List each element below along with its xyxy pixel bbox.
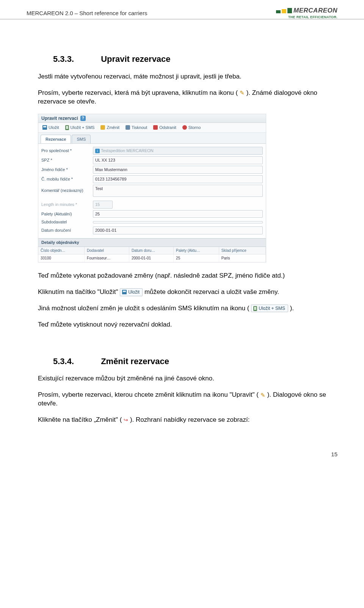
- phone-icon: [253, 306, 257, 311]
- dialog-title-bar: Upravit rezervaci ?: [38, 114, 266, 123]
- company-label: Pro společnost *: [41, 148, 90, 154]
- sec2-p3: Klikněte na tlačítko „Změnit" ( ↪ ). Roz…: [38, 416, 326, 424]
- tab-sms[interactable]: SMS: [72, 135, 91, 144]
- mobile-field[interactable]: 0123 123456789: [93, 175, 263, 183]
- stop-icon: [182, 125, 187, 130]
- logo-tagline: THE RETAIL EFFICIENATOR.: [276, 15, 337, 19]
- col-delivery-date: Datum doru…: [129, 247, 174, 255]
- pencil-icon: ✎: [260, 391, 265, 399]
- sec1-p5: Jiná možnost uložení změn je uložit s od…: [38, 304, 326, 313]
- cancel-button[interactable]: Storno: [181, 124, 202, 131]
- date-field[interactable]: 2000-01-01: [93, 226, 263, 234]
- page-header: MERCAREON 2.0 – Short reference for carr…: [0, 0, 364, 19]
- length-field[interactable]: 15: [93, 201, 113, 209]
- print-icon: [126, 125, 130, 130]
- logo-text: MERCAREON: [293, 7, 337, 14]
- col-supplier: Dodavatel: [85, 247, 129, 255]
- order-details-table: Číslo objedn… Dodavatel Datum doru… Pale…: [38, 247, 266, 262]
- dialog-screenshot: Upravit rezervaci ? Uložit Uložit + SMS …: [38, 114, 266, 262]
- spz-field[interactable]: UL XX 123: [93, 156, 263, 164]
- company-field[interactable]: iTestspedition MERCAREON: [93, 147, 263, 155]
- length-label: Length in minutes *: [41, 202, 90, 207]
- phone-icon: [65, 125, 69, 130]
- sec1-p4: Kliknutím na tlačítko "Uložit" Uložit mů…: [38, 288, 326, 297]
- comment-field[interactable]: Test: [93, 185, 263, 197]
- sec1-p6: Teď můžete vytisknout nový rezervační do…: [38, 320, 326, 329]
- section-534-heading: 5.3.4. Změnit rezervace: [53, 356, 326, 367]
- tab-reservation[interactable]: Rezervace: [41, 135, 71, 144]
- pencil-icon: ✎: [240, 89, 245, 97]
- edit-button[interactable]: Změnit: [99, 124, 121, 131]
- page-number: 15: [0, 447, 364, 465]
- driver-label: Jméno řidiče *: [41, 167, 90, 173]
- save-button-inline[interactable]: Uložit: [120, 288, 143, 296]
- disk-icon: [42, 125, 47, 130]
- tabstrip: Rezervace SMS: [38, 133, 266, 144]
- comment-label: Komentář (nezávazný): [41, 188, 90, 193]
- sec1-p2: Prosím, vyberte rezervaci, která má být …: [38, 89, 326, 106]
- sec2-p1: Existující rezervace můžou být změněné n…: [38, 374, 326, 383]
- pallets-field[interactable]: 25: [93, 210, 263, 218]
- save-sms-button[interactable]: Uložit + SMS: [64, 124, 96, 131]
- section-533-heading: 5.3.3. Upravit rezervace: [53, 53, 326, 65]
- help-icon[interactable]: ?: [80, 116, 86, 121]
- col-pallets: Palety (Aktu…: [174, 247, 219, 255]
- delete-button[interactable]: Odstranit: [152, 124, 177, 131]
- brand-logo: MERCAREON THE RETAIL EFFICIENATOR.: [276, 7, 337, 19]
- doc-title: MERCAREON 2.0 – Short reference for carr…: [27, 7, 147, 16]
- arrow-icon: ↪: [124, 416, 128, 424]
- pallets-label: Palety (Aktuální): [41, 211, 90, 217]
- sub-field[interactable]: [93, 221, 263, 223]
- col-order-no: Číslo objedn…: [38, 247, 85, 255]
- delete-icon: [153, 125, 158, 130]
- save-sms-button-inline[interactable]: Uložit + SMS: [251, 305, 288, 312]
- form-body: Pro společnost * iTestspedition MERCAREO…: [38, 144, 266, 238]
- save-button[interactable]: Uložit: [41, 124, 60, 131]
- driver-field[interactable]: Max Mustermann: [93, 166, 263, 174]
- page-content: 5.3.3. Upravit rezervace Jestli máte vyt…: [0, 19, 364, 447]
- date-label: Datum doručení: [41, 228, 90, 233]
- edit-icon: [100, 125, 105, 130]
- sub-label: Subdodavatel: [41, 219, 90, 225]
- table-header-row: Číslo objedn… Dodavatel Datum doru… Pale…: [38, 247, 266, 255]
- mobile-label: Č. mobilu řidiče *: [41, 176, 90, 182]
- order-details-header: Detaily objednávky: [38, 238, 266, 247]
- info-icon: i: [95, 149, 100, 153]
- sec1-p1: Jestli máte vytvořenou rezervaci, máte m…: [38, 72, 326, 81]
- dialog-toolbar: Uložit Uložit + SMS Změnit Tisknout Odst…: [38, 123, 266, 133]
- table-row[interactable]: 33100 Fournisseur… 2000-01-01 25 Paris: [38, 255, 266, 262]
- sec2-p2: Prosím, vyberte rezervaci, kterou chcete…: [38, 391, 326, 408]
- dialog-title: Upravit rezervaci: [41, 115, 78, 121]
- sec1-p3: Teď můžete vykonat požadované změny (nap…: [38, 272, 326, 280]
- print-button[interactable]: Tisknout: [124, 124, 148, 131]
- disk-icon: [122, 290, 127, 294]
- logo-stripes-icon: [276, 8, 292, 13]
- spz-label: SPZ *: [41, 157, 90, 163]
- col-warehouse: Sklad příjemce: [219, 247, 265, 255]
